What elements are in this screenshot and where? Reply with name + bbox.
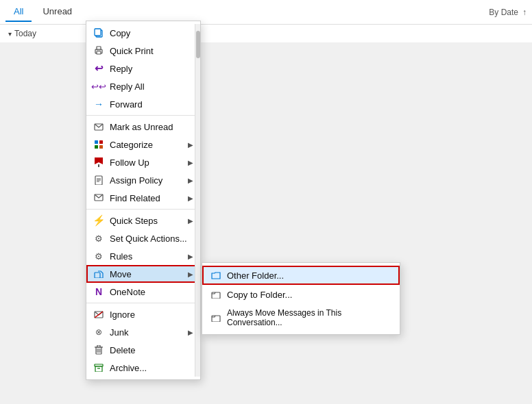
- sort-by-date[interactable]: By Date: [489, 8, 518, 17]
- find-related-arrow: ▶: [188, 194, 193, 202]
- svg-rect-6: [95, 140, 98, 144]
- menu-item-mark-unread[interactable]: Mark as Unread: [86, 118, 200, 136]
- find-related-icon: [93, 192, 104, 203]
- always-move-icon: [210, 312, 221, 323]
- categorize-label: Categorize: [110, 140, 182, 150]
- follow-up-label: Follow Up: [110, 157, 182, 168]
- delete-label: Delete: [110, 345, 193, 355]
- junk-icon: ⊗: [93, 327, 104, 338]
- svg-rect-8: [95, 145, 98, 149]
- submenu-item-copy-to-folder[interactable]: Copy to Folder...: [202, 285, 400, 304]
- mark-unread-label: Mark as Unread: [110, 122, 193, 132]
- reply-icon: ↩: [93, 63, 104, 74]
- menu-item-reply[interactable]: ↩ Reply: [86, 60, 200, 77]
- menu-item-follow-up[interactable]: Follow Up ▶: [86, 153, 200, 171]
- menu-item-quick-print[interactable]: Quick Print: [86, 42, 200, 60]
- copy-to-folder-label: Copy to Folder...: [227, 290, 391, 300]
- categorize-arrow: ▶: [188, 141, 193, 149]
- quick-steps-arrow: ▶: [188, 217, 193, 225]
- reply-label: Reply: [110, 64, 193, 74]
- set-quick-actions-label: Set Quick Actions...: [110, 233, 193, 244]
- divider-1: [86, 115, 200, 116]
- rules-icon: ⚙: [93, 251, 104, 262]
- reply-all-label: Reply All: [110, 81, 193, 92]
- junk-arrow: ▶: [188, 329, 193, 336]
- tab-unread[interactable]: Unread: [34, 2, 80, 22]
- move-arrow: ▶: [188, 270, 193, 278]
- other-folder-label: Other Folder...: [227, 270, 391, 281]
- quick-print-icon: [93, 45, 104, 56]
- move-submenu: Other Folder... Copy to Folder... Always…: [202, 262, 400, 335]
- tab-all[interactable]: All: [5, 2, 32, 22]
- svg-rect-19: [212, 316, 220, 322]
- svg-rect-18: [212, 292, 220, 299]
- menu-item-assign-policy[interactable]: Assign Policy ▶: [86, 171, 200, 189]
- other-folder-icon: [210, 270, 221, 281]
- submenu-item-always-move[interactable]: Always Move Messages in This Conversatio…: [202, 304, 400, 331]
- forward-icon: →: [93, 99, 104, 110]
- menu-item-reply-all[interactable]: ↩↩ Reply All: [86, 77, 200, 95]
- delete-icon: [93, 344, 104, 355]
- menu-item-find-related[interactable]: Find Related ▶: [86, 189, 200, 207]
- find-related-label: Find Related: [110, 193, 182, 203]
- today-label: Today: [14, 29, 36, 38]
- ignore-label: Ignore: [110, 310, 193, 320]
- junk-label: Junk: [110, 327, 182, 338]
- archive-label: Archive...: [110, 363, 193, 373]
- submenu-item-other-folder[interactable]: Other Folder...: [202, 266, 400, 285]
- sort-arrow: ↑: [522, 8, 527, 17]
- svg-rect-4: [97, 51, 101, 54]
- onenote-label: OneNote: [110, 287, 193, 297]
- chevron-down-icon: ▾: [8, 30, 12, 38]
- categorize-icon: [93, 139, 104, 150]
- svg-rect-7: [99, 140, 103, 144]
- follow-up-arrow: ▶: [188, 159, 193, 166]
- divider-2: [86, 209, 200, 210]
- assign-policy-icon: [93, 175, 104, 186]
- rules-arrow: ▶: [188, 253, 193, 260]
- assign-policy-arrow: ▶: [188, 177, 193, 184]
- archive-icon: [93, 362, 104, 373]
- quick-steps-icon: ⚡: [93, 215, 104, 226]
- forward-label: Forward: [110, 99, 193, 110]
- menu-item-set-quick-actions[interactable]: ⚙ Set Quick Actions...: [86, 229, 200, 247]
- svg-rect-11: [98, 164, 99, 167]
- menu-item-ignore[interactable]: Ignore: [86, 305, 200, 323]
- quick-steps-label: Quick Steps: [110, 216, 182, 226]
- reply-all-icon: ↩↩: [93, 81, 104, 92]
- tab-bar: All Unread By Date ↑: [0, 0, 532, 25]
- menu-item-forward[interactable]: → Forward: [86, 95, 200, 113]
- onenote-icon: N: [93, 286, 104, 297]
- move-icon: [93, 268, 104, 279]
- today-section: ▾ Today: [0, 25, 532, 43]
- svg-rect-1: [95, 29, 101, 36]
- always-move-label: Always Move Messages in This Conversatio…: [227, 308, 391, 327]
- menu-item-copy[interactable]: Copy: [86, 24, 200, 42]
- svg-rect-17: [95, 273, 100, 278]
- svg-marker-10: [95, 157, 103, 164]
- set-quick-actions-icon: ⚙: [93, 233, 104, 244]
- copy-label: Copy: [110, 28, 193, 38]
- mark-unread-icon: [93, 121, 104, 132]
- follow-up-icon: [93, 157, 104, 168]
- menu-item-rules[interactable]: ⚙ Rules ▶: [86, 247, 200, 265]
- ignore-icon: [93, 309, 104, 320]
- svg-rect-31: [95, 366, 102, 372]
- rules-label: Rules: [110, 251, 182, 262]
- assign-policy-label: Assign Policy: [110, 175, 182, 186]
- copy-to-folder-icon: [210, 289, 221, 300]
- svg-rect-9: [99, 145, 103, 149]
- menu-item-quick-steps[interactable]: ⚡ Quick Steps ▶: [86, 212, 200, 229]
- menu-item-onenote[interactable]: N OneNote: [86, 283, 200, 301]
- menu-item-delete[interactable]: Delete: [86, 341, 200, 359]
- menu-item-move[interactable]: Move ▶ Other Folder... Copy to Folder...: [86, 265, 200, 283]
- context-menu: Copy Quick Print ↩ Reply ↩↩ Reply All → …: [86, 21, 201, 380]
- menu-item-categorize[interactable]: Categorize ▶: [86, 136, 200, 153]
- copy-icon: [93, 27, 104, 38]
- divider-3: [86, 303, 200, 303]
- menu-item-archive[interactable]: Archive...: [86, 359, 200, 377]
- menu-item-junk[interactable]: ⊗ Junk ▶: [86, 323, 200, 341]
- quick-print-label: Quick Print: [110, 46, 193, 56]
- move-label: Move: [110, 269, 182, 279]
